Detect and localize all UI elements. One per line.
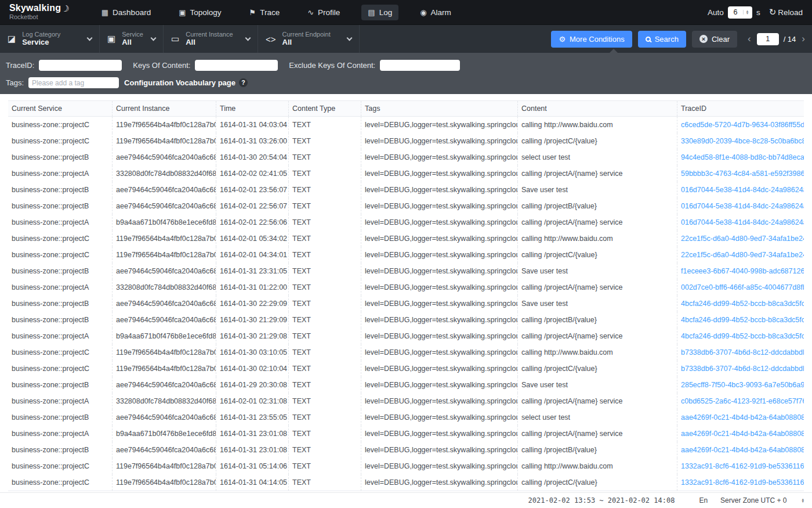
next-page-icon[interactable]: › — [800, 33, 806, 45]
cell-tags: level=DEBUG,logger=test.skywalking.sprin… — [361, 198, 517, 214]
page-number-input[interactable] — [757, 33, 779, 45]
trace-id-link[interactable]: aae4269f-0c21-4b4d-b42a-64ab08808ac8 — [677, 442, 804, 458]
configuration-vocabulary-link[interactable]: Configuration Vocabulary page — [124, 78, 235, 87]
keys-of-content-input[interactable] — [195, 60, 278, 71]
cell-content-type: TEXT — [288, 133, 361, 149]
nav-menu-item[interactable]: ⚑ Trace — [243, 5, 287, 20]
trace-id-link[interactable]: f1eceee3-6b67-4040-998b-adc6871261c1 — [677, 263, 804, 279]
nav-item-label: Trace — [260, 8, 280, 17]
trace-id-link[interactable]: b7338db6-3707-4b6d-8c12-ddcdabbdb45a — [677, 361, 804, 377]
cell-content: calling /projectA/{name} service — [517, 165, 677, 182]
cell-tags: level=DEBUG,logger=test.skywalking.sprin… — [361, 117, 517, 133]
exclude-keys-input[interactable] — [380, 60, 460, 71]
cell-content: calling /projectA/{name} service — [517, 279, 677, 296]
trace-id-link[interactable]: 1332ac91-8cf6-4162-91d9-be53361168a9 — [677, 474, 804, 491]
cell-content-type: TEXT — [288, 426, 361, 442]
clear-button[interactable]: × Clear — [692, 31, 737, 48]
trace-id-link[interactable]: aae4269f-0c21-4b4d-b42a-64ab08808ac8 — [677, 409, 804, 426]
moon-icon: ☽ — [60, 3, 71, 14]
auto-interval-input[interactable] — [728, 8, 743, 16]
cell-content-type: TEXT — [288, 393, 361, 409]
trace-id-link[interactable]: 22ce1f5c-d6a0-4d80-9ed7-34afa1be2490 — [677, 230, 804, 247]
cell-tags: level=DEBUG,logger=test.skywalking.sprin… — [361, 214, 517, 230]
cell-content-type: TEXT — [288, 214, 361, 230]
filter-selector[interactable]: ▣ Service All — [100, 25, 164, 53]
zone-stepper-icon[interactable]: ▴▾ — [802, 498, 804, 503]
cell-content-type: TEXT — [288, 230, 361, 247]
cell-time: 1614-01-31 23:01:08 — [216, 426, 288, 442]
trace-id-link[interactable]: 4bcfa246-dd99-4b52-bccb-b8ca3dc5fc94 — [677, 328, 804, 344]
cell-current-instance: 119e7f96564b4a4fbf0c128a7b0... — [112, 458, 216, 474]
nav-menu-item[interactable]: ▤ Log — [361, 5, 398, 20]
trace-id-link[interactable]: c6ced5de-5720-4d7b-9634-03f86ff55d30 — [677, 117, 804, 133]
tags-input[interactable] — [28, 77, 119, 88]
nav-item-icon: ▤ — [368, 8, 375, 17]
filter-selector[interactable]: ◪ Log Category Service — [0, 25, 100, 53]
trace-id-link[interactable]: 016d7044-5e38-41d4-84dc-24a98624a30e — [677, 182, 804, 198]
trace-id-link[interactable]: 4bcfa246-dd99-4b52-bccb-b8ca3dc5fc94 — [677, 296, 804, 312]
trace-id-link[interactable]: 016d7044-5e38-41d4-84dc-24a98624a30e — [677, 214, 804, 230]
nav-menu: ▦ Dashboard ▣ Topology ⚑ Trace ∿ Profile… — [95, 5, 458, 20]
cell-tags: level=DEBUG,logger=test.skywalking.sprin… — [361, 393, 517, 409]
cell-current-service: business-zone::projectC — [8, 361, 112, 377]
cell-content: calling /projectB/{value} — [517, 312, 677, 328]
server-zone-label: Server Zone UTC + 0 — [720, 496, 786, 505]
cell-current-instance: 119e7f96564b4a4fbf0c128a7b0... — [112, 117, 216, 133]
cell-content-type: TEXT — [288, 165, 361, 182]
filter-selector[interactable]: ▭ Current Instance All — [164, 25, 258, 53]
trace-id-input[interactable] — [39, 60, 122, 71]
column-header-trace-id: TraceID — [677, 101, 804, 116]
table-row: business-zone::projectC 119e7f96564b4a4f… — [8, 133, 804, 149]
cell-tags: level=DEBUG,logger=test.skywalking.sprin… — [361, 182, 517, 198]
trace-id-link[interactable]: 4bcfa246-dd99-4b52-bccb-b8ca3dc5fc94 — [677, 312, 804, 328]
trace-id-link[interactable]: 22ce1f5c-d6a0-4d80-9ed7-34afa1be2490 — [677, 247, 804, 263]
table-row: business-zone::projectB aee79464c59046fc… — [8, 312, 804, 328]
trace-id-link[interactable]: 002d7ce0-bff6-466f-a85c-4004677d8fbf — [677, 279, 804, 296]
cell-time: 1614-02-01 23:56:07 — [216, 182, 288, 198]
trace-id-link[interactable]: 59bbbb3c-4763-4c84-a581-e592f39865bd — [677, 165, 804, 182]
cell-current-service: business-zone::projectB — [8, 182, 112, 198]
search-icon — [646, 37, 651, 42]
selector-label: Current Endpoint — [282, 31, 331, 38]
table-row: business-zone::projectC 119e7f96564b4a4f… — [8, 458, 804, 474]
trace-id-link[interactable]: aae4269f-0c21-4b4d-b42a-64ab08808ac8 — [677, 426, 804, 442]
nav-menu-item[interactable]: ▦ Dashboard — [95, 5, 157, 20]
trace-id-link[interactable]: b7338db6-3707-4b6d-8c12-ddcdabbdb45a — [677, 344, 804, 361]
selector-value: Service — [22, 38, 60, 47]
trace-id-link[interactable]: 94c4ed58-8f1e-4088-bd8c-bb74d8eca703 — [677, 149, 804, 165]
language-toggle[interactable]: En — [699, 496, 708, 505]
auto-unit-label: s — [756, 8, 760, 17]
table-row: business-zone::projectA b9a4aa671b0f476b… — [8, 214, 804, 230]
search-button[interactable]: Search — [638, 31, 686, 48]
cell-content-type: TEXT — [288, 328, 361, 344]
cell-current-instance: 119e7f96564b4a4fbf0c128a7b0... — [112, 230, 216, 247]
more-conditions-button[interactable]: ⚙ More Conditions — [551, 31, 632, 48]
cell-current-service: business-zone::projectB — [8, 312, 112, 328]
nav-menu-item[interactable]: ▣ Topology — [172, 5, 227, 20]
trace-id-link[interactable]: 330e89d0-2039-4bce-8c28-5c0ba6bc8ce7 — [677, 133, 804, 149]
spinner-arrows-icon[interactable]: ▴▾ — [743, 10, 751, 15]
cell-content-type: TEXT — [288, 149, 361, 165]
cell-content: calling /projectA/{name} service — [517, 214, 677, 230]
trace-id-link[interactable]: 016d7044-5e38-41d4-84dc-24a98624a30e — [677, 198, 804, 214]
cell-current-instance: b9a4aa671b0f476b8e1ece6fd8f... — [112, 426, 216, 442]
nav-item-icon: ▦ — [102, 8, 108, 17]
reload-button[interactable]: ↻ Reload — [769, 7, 803, 17]
auto-reload-controls: Auto ▴▾ s ↻ Reload — [708, 6, 803, 19]
help-icon[interactable]: ? — [239, 78, 248, 87]
cell-content: calling http://www.baidu.com — [517, 230, 677, 247]
time-range-picker[interactable]: 2021-02-02 13:53 ~ 2021-02-02 14:08 — [528, 496, 675, 505]
cell-time: 1614-01-30 03:10:05 — [216, 344, 288, 361]
cell-time: 1614-01-31 04:14:05 — [216, 474, 288, 491]
nav-menu-item[interactable]: ◉ Alarm — [414, 5, 458, 20]
nav-menu-item[interactable]: ∿ Profile — [301, 5, 346, 20]
cell-tags: level=DEBUG,logger=test.skywalking.sprin… — [361, 458, 517, 474]
trace-id-link[interactable]: 1332ac91-8cf6-4162-91d9-be53361168a9 — [677, 458, 804, 474]
nav-item-label: Log — [379, 8, 393, 17]
trace-id-link[interactable]: c0bd6525-2a6c-4123-92f1-e68ce57f767d — [677, 393, 804, 409]
toolbar-actions: ⚙ More Conditions Search × Clear ‹ / 14 … — [551, 25, 806, 53]
keys-of-content-label: Keys Of Content: — [133, 61, 190, 70]
trace-id-link[interactable]: 285ecff8-7f50-4bc3-9093-6a7e50b6a9a3 — [677, 377, 804, 393]
filter-selector[interactable]: <> Current Endpoint All — [258, 25, 360, 53]
prev-page-icon[interactable]: ‹ — [746, 33, 752, 45]
